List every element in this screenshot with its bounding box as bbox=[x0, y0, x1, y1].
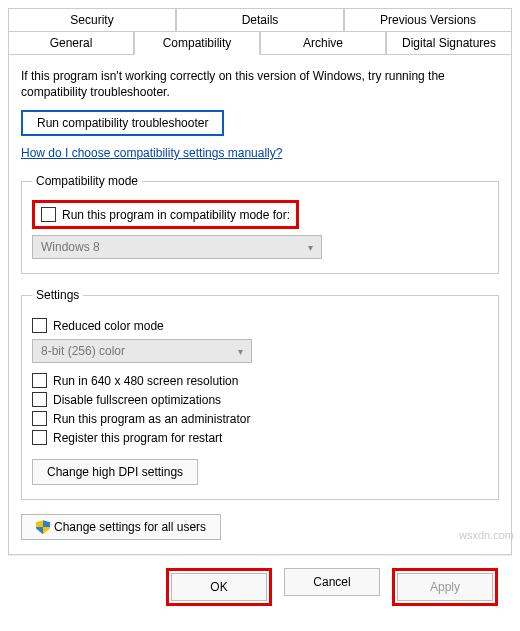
run-640-label: Run in 640 x 480 screen resolution bbox=[53, 374, 238, 388]
chevron-down-icon: ▾ bbox=[238, 346, 243, 357]
run-admin-label: Run this program as an administrator bbox=[53, 412, 250, 426]
tab-compatibility[interactable]: Compatibility bbox=[134, 31, 260, 55]
tab-strip: Security Details Previous Versions Gener… bbox=[8, 8, 512, 54]
color-mode-value: 8-bit (256) color bbox=[41, 344, 125, 358]
color-mode-dropdown[interactable]: 8-bit (256) color ▾ bbox=[32, 339, 252, 363]
tab-previous-versions[interactable]: Previous Versions bbox=[344, 8, 512, 32]
disable-fullscreen-checkbox[interactable] bbox=[32, 392, 47, 407]
cancel-button[interactable]: Cancel bbox=[284, 568, 380, 596]
dialog-button-bar: OK Cancel Apply bbox=[8, 555, 512, 626]
reduced-color-checkbox[interactable] bbox=[32, 318, 47, 333]
tab-security[interactable]: Security bbox=[8, 8, 176, 32]
apply-button[interactable]: Apply bbox=[397, 573, 493, 601]
change-all-users-button[interactable]: Change settings for all users bbox=[21, 514, 221, 540]
ok-button[interactable]: OK bbox=[171, 573, 267, 601]
run-troubleshooter-button[interactable]: Run compatibility troubleshooter bbox=[21, 110, 224, 136]
tab-details[interactable]: Details bbox=[176, 8, 344, 32]
run-admin-checkbox[interactable] bbox=[32, 411, 47, 426]
compat-os-value: Windows 8 bbox=[41, 240, 100, 254]
compatibility-mode-legend: Compatibility mode bbox=[32, 174, 142, 188]
compat-mode-label: Run this program in compatibility mode f… bbox=[62, 208, 290, 222]
change-all-users-label: Change settings for all users bbox=[54, 520, 206, 534]
tab-archive[interactable]: Archive bbox=[260, 31, 386, 55]
watermark: wsxdn.com bbox=[459, 529, 514, 541]
reduced-color-label: Reduced color mode bbox=[53, 319, 164, 333]
tab-digital-signatures[interactable]: Digital Signatures bbox=[386, 31, 512, 55]
shield-icon bbox=[36, 520, 50, 534]
compatibility-mode-group: Compatibility mode Run this program in c… bbox=[21, 174, 499, 274]
settings-group: Settings Reduced color mode 8-bit (256) … bbox=[21, 288, 499, 500]
dpi-settings-button[interactable]: Change high DPI settings bbox=[32, 459, 198, 485]
compat-os-dropdown[interactable]: Windows 8 ▾ bbox=[32, 235, 322, 259]
manual-settings-link[interactable]: How do I choose compatibility settings m… bbox=[21, 146, 282, 160]
disable-fullscreen-label: Disable fullscreen optimizations bbox=[53, 393, 221, 407]
chevron-down-icon: ▾ bbox=[308, 242, 313, 253]
tab-panel-compatibility: If this program isn't working correctly … bbox=[8, 54, 512, 555]
run-640-checkbox[interactable] bbox=[32, 373, 47, 388]
intro-text: If this program isn't working correctly … bbox=[21, 69, 499, 100]
properties-dialog: Security Details Previous Versions Gener… bbox=[0, 0, 520, 626]
register-restart-label: Register this program for restart bbox=[53, 431, 222, 445]
tab-general[interactable]: General bbox=[8, 31, 134, 55]
ok-highlight: OK bbox=[166, 568, 272, 606]
settings-legend: Settings bbox=[32, 288, 83, 302]
apply-highlight: Apply bbox=[392, 568, 498, 606]
compat-mode-checkbox[interactable] bbox=[41, 207, 56, 222]
compat-mode-highlight: Run this program in compatibility mode f… bbox=[32, 200, 299, 229]
register-restart-checkbox[interactable] bbox=[32, 430, 47, 445]
